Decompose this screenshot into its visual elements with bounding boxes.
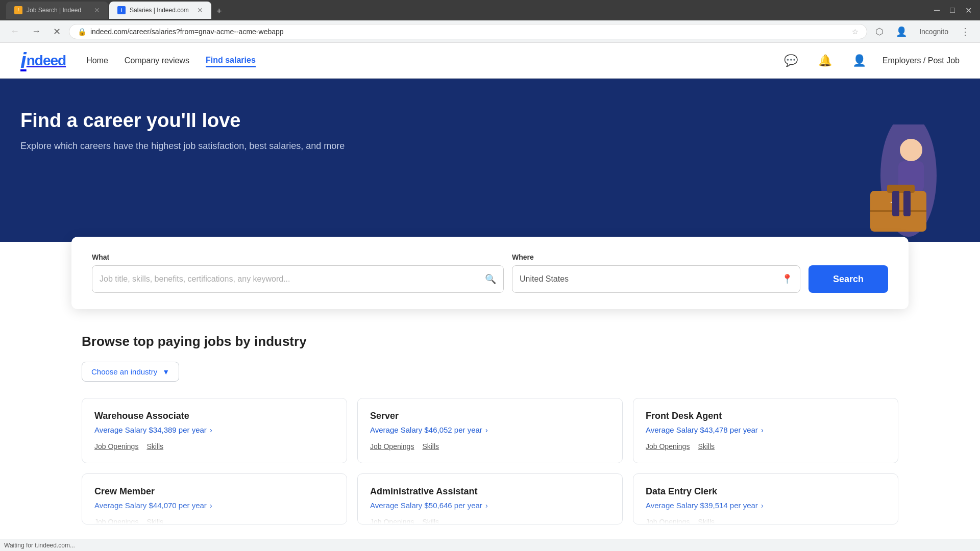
extensions-button[interactable]: ⬡ [871,24,888,39]
nav-link-home[interactable]: Home [86,54,108,67]
skills-link-front-desk[interactable]: Skills [698,442,715,450]
job-openings-link-data-entry[interactable]: Job Openings [646,518,690,524]
bell-icon: 🔔 [818,54,832,67]
where-input[interactable] [520,274,781,284]
svg-point-1 [900,139,922,161]
job-card-admin-assistant: Administrative Assistant Average Salary … [357,473,623,524]
what-field-group: What 🔍 [92,253,504,293]
status-bar: Waiting for t.indeed.com... [0,539,980,551]
job-title-admin-assistant: Administrative Assistant [370,486,610,497]
reload-button[interactable]: ✕ [49,24,65,39]
job-card-links-admin: Job Openings Skills [370,518,610,524]
navbar: i ndeed Home Company reviews Find salari… [0,43,980,79]
skills-link-warehouse[interactable]: Skills [146,442,163,450]
industry-dropdown-label: Choose an industry [91,367,157,376]
job-salary-warehouse-associate[interactable]: Average Salary $34,389 per year › [94,425,334,434]
job-card-front-desk-agent: Front Desk Agent Average Salary $43,478 … [633,398,898,463]
what-input-wrap: 🔍 [92,265,504,293]
job-salary-front-desk-agent[interactable]: Average Salary $43,478 per year › [646,425,886,434]
employers-post-job-link[interactable]: Employers / Post Job [883,56,960,65]
what-input[interactable] [100,274,485,284]
logo-wrapper: i ndeed [20,50,66,71]
browser-tab-job-search[interactable]: ! Job Search | Indeed ✕ [6,2,108,19]
toolbar-actions: ⬡ 👤 Incognito ⋮ [871,24,974,39]
close-button[interactable]: ✕ [963,4,974,17]
indeed-logo[interactable]: i ndeed [20,50,66,71]
nav-link-company-reviews[interactable]: Company reviews [125,54,189,67]
tab-close-salaries[interactable]: ✕ [197,6,203,14]
browser-toolbar: ← → ✕ 🔒 indeed.com/career/salaries?from=… [0,20,980,43]
job-cards-grid: Warehouse Associate Average Salary $34,3… [82,398,898,524]
tab-label-salaries: Salaries | Indeed.com [130,7,193,14]
messages-button[interactable]: 💬 [780,50,802,71]
job-openings-link-server[interactable]: Job Openings [370,442,414,450]
skills-link-data-entry[interactable]: Skills [698,518,715,524]
job-openings-link-crew[interactable]: Job Openings [94,518,138,524]
back-button[interactable]: ← [6,24,23,39]
location-icon: 📍 [781,273,793,285]
browse-section: Browse top paying jobs by industry Choos… [0,309,980,545]
job-openings-link-admin[interactable]: Job Openings [370,518,414,524]
job-title-crew-member: Crew Member [94,486,334,497]
job-openings-link-warehouse[interactable]: Job Openings [94,442,138,450]
logo-text: ndeed [27,53,66,69]
menu-button[interactable]: ⋮ [957,24,974,39]
job-card-links-front-desk: Job Openings Skills [646,442,886,450]
arrow-icon-admin: › [485,502,488,510]
tab-favicon-warning: ! [14,6,22,14]
new-tab-button[interactable]: + [212,4,226,19]
maximize-button[interactable]: □ [948,4,957,17]
status-text: Waiting for t.indeed.com... [4,542,75,549]
job-card-links-server: Job Openings Skills [370,442,610,450]
search-fields: What 🔍 Where 📍 Search [92,253,888,293]
profile-button[interactable]: 👤 [892,24,911,39]
browser-tab-salaries[interactable]: i Salaries | Indeed.com ✕ [109,2,211,19]
logo-i: i [20,50,27,71]
hero-content: Find a career you'll love Explore which … [20,109,459,152]
job-title-front-desk-agent: Front Desk Agent [646,411,886,421]
tab-favicon-indeed: i [117,6,126,14]
job-salary-crew-member[interactable]: Average Salary $44,070 per year › [94,501,334,510]
skills-link-admin[interactable]: Skills [422,518,439,524]
where-input-wrap: 📍 [512,265,800,293]
bookmark-icon[interactable]: ☆ [852,28,859,36]
nav-link-find-salaries[interactable]: Find salaries [206,54,256,67]
search-button[interactable]: Search [808,265,888,293]
skills-link-crew[interactable]: Skills [146,518,163,524]
job-openings-link-front-desk[interactable]: Job Openings [646,442,690,450]
arrow-icon-data-entry: › [761,502,764,510]
hero-illustration: ✦ [837,124,939,242]
job-title-warehouse-associate: Warehouse Associate [94,411,334,421]
job-salary-admin-assistant[interactable]: Average Salary $50,646 per year › [370,501,610,510]
arrow-icon-crew: › [210,502,212,510]
skills-link-server[interactable]: Skills [422,442,439,450]
browser-chrome: ! Job Search | Indeed ✕ i Salaries | Ind… [0,0,980,43]
job-title-server: Server [370,411,610,421]
job-title-data-entry-clerk: Data Entry Clerk [646,486,886,497]
notifications-button[interactable]: 🔔 [814,50,836,71]
user-account-button[interactable]: 👤 [848,50,870,71]
tab-close-job-search[interactable]: ✕ [94,6,100,14]
search-icon-what: 🔍 [485,273,496,285]
nav-right: 💬 🔔 👤 Employers / Post Job [780,50,960,71]
job-salary-server[interactable]: Average Salary $46,052 per year › [370,425,610,434]
tab-label-job-search: Job Search | Indeed [27,7,90,14]
job-card-server: Server Average Salary $46,052 per year ›… [357,398,623,463]
job-salary-data-entry-clerk[interactable]: Average Salary $39,514 per year › [646,501,886,510]
where-field-group: Where 📍 [512,253,800,293]
window-controls: ─ □ ✕ [932,4,974,17]
minimize-button[interactable]: ─ [932,4,942,17]
svg-rect-7 [903,191,911,216]
hero-title: Find a career you'll love [20,109,459,133]
browser-titlebar: ! Job Search | Indeed ✕ i Salaries | Ind… [0,0,980,20]
nav-links: Home Company reviews Find salaries [86,54,256,67]
briefcase-illustration: ✦ [837,124,939,242]
address-bar[interactable]: 🔒 indeed.com/career/salaries?from=gnav-a… [69,24,867,39]
forward-button[interactable]: → [28,24,45,39]
industry-dropdown[interactable]: Choose an industry ▼ [82,362,179,382]
arrow-icon-front-desk: › [761,426,764,434]
job-card-links-crew: Job Openings Skills [94,518,334,524]
page-content: i ndeed Home Company reviews Find salari… [0,43,980,545]
address-input[interactable]: indeed.com/career/salaries?from=gnav-acm… [90,28,848,36]
job-card-links-data-entry: Job Openings Skills [646,518,886,524]
